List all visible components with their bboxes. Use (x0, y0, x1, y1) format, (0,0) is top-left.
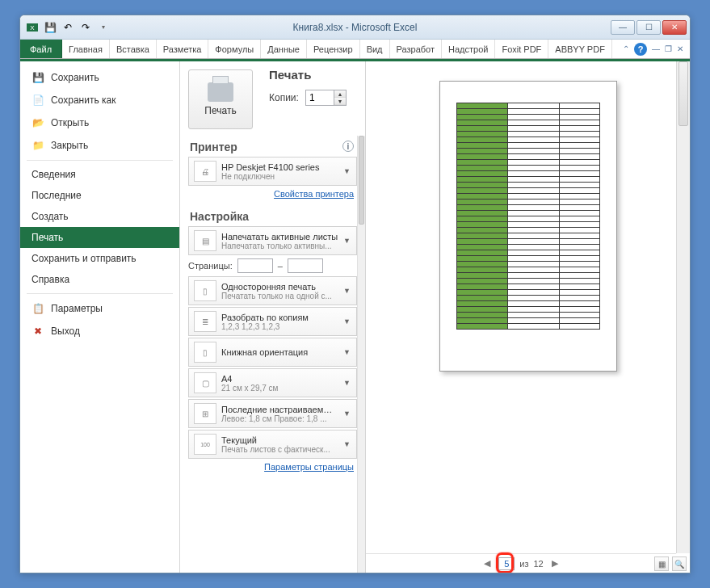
chevron-down-icon: ▼ (343, 287, 353, 295)
nav-info[interactable]: Сведения (20, 164, 179, 185)
doc-minimize-icon[interactable]: — (652, 44, 660, 53)
copies-spinner[interactable]: ▲▼ (305, 90, 347, 106)
nav-saveas[interactable]: 📄Сохранить как (20, 89, 179, 111)
tab-layout[interactable]: Разметка (157, 40, 209, 58)
close-button[interactable]: ✕ (662, 20, 687, 35)
copies-input[interactable] (306, 92, 334, 103)
chevron-down-icon: ▼ (343, 440, 353, 448)
nav-separator (27, 160, 173, 161)
print-heading: Печать (269, 68, 347, 82)
nav-exit[interactable]: ✖Выход (20, 320, 179, 342)
copies-label: Копии: (269, 92, 299, 103)
prev-page-button[interactable]: ◀ (481, 558, 494, 569)
print-button[interactable]: Печать (188, 69, 253, 129)
sides-select[interactable]: ▯ Односторонняя печать Печатать только н… (188, 276, 357, 305)
pages-from-input[interactable] (237, 258, 273, 273)
info-icon[interactable]: i (342, 141, 354, 152)
scrollbar-thumb[interactable] (359, 136, 364, 225)
tab-foxit[interactable]: Foxit PDF (495, 40, 548, 58)
help-icon[interactable]: ? (634, 43, 647, 56)
window-title: Книга8.xlsx - Microsoft Excel (20, 22, 690, 33)
quick-access-toolbar: X 💾 ↶ ↷ ▾ (20, 20, 111, 35)
settings-section-heading: Настройка (190, 210, 365, 223)
tab-abbyy[interactable]: ABBYY PDF (548, 40, 612, 58)
save-icon[interactable]: 💾 (43, 20, 57, 35)
document-name: Книга8.xlsx (293, 22, 343, 33)
svg-text:X: X (30, 24, 35, 32)
tab-review[interactable]: Рецензир (307, 40, 360, 58)
preview-view-icons: ▦ 🔍 (654, 556, 687, 571)
window-controls: — ☐ ✕ (611, 20, 690, 35)
nav-print[interactable]: Печать (20, 227, 179, 248)
portrait-icon: ▯ (194, 342, 216, 363)
nav-new[interactable]: Создать (20, 206, 179, 227)
paper-icon: ▢ (194, 372, 216, 393)
page-setup-link[interactable]: Параметры страницы (180, 462, 354, 472)
app-window: X 💾 ↶ ↷ ▾ Книга8.xlsx - Microsoft Excel … (19, 15, 691, 573)
preview-table (456, 103, 600, 330)
preview-page (439, 81, 617, 372)
of-label: из (519, 559, 528, 569)
current-page-input[interactable] (498, 557, 515, 570)
tab-home[interactable]: Главная (62, 40, 110, 58)
next-page-button[interactable]: ▶ (548, 558, 561, 569)
nav-help[interactable]: Справка (20, 269, 179, 290)
chevron-down-icon: ▼ (343, 410, 353, 418)
tab-developer[interactable]: Разработ (390, 40, 442, 58)
pages-label: Страницы: (188, 261, 233, 271)
printer-select[interactable]: 🖨 HP Deskjet F4100 series Не подключен ▼ (188, 157, 357, 186)
scaling-select[interactable]: 100 Текущий Печать листов с фактическ...… (188, 430, 357, 459)
nav-save-send[interactable]: Сохранить и отправить (20, 248, 179, 269)
margins-select[interactable]: ⊞ Последние настраиваемые ... Левое: 1,8… (188, 399, 357, 428)
nav-recent[interactable]: Последние (20, 185, 179, 206)
collate-select[interactable]: ≣ Разобрать по копиям 1,2,3 1,2,3 1,2,3 … (188, 307, 357, 336)
ribbon-tabs: Файл Главная Вставка Разметка Формулы Да… (20, 40, 690, 59)
total-pages: 12 (533, 559, 543, 569)
zoom-to-page-icon[interactable]: 🔍 (672, 556, 687, 571)
scaling-icon: 100 (194, 434, 216, 455)
undo-icon[interactable]: ↶ (61, 20, 75, 35)
app-name: Microsoft Excel (351, 22, 417, 33)
tab-insert[interactable]: Вставка (110, 40, 157, 58)
printer-icon (208, 82, 233, 102)
spin-up-icon[interactable]: ▲ (334, 90, 346, 98)
nav-close[interactable]: 📁Закрыть (20, 134, 179, 157)
orientation-select[interactable]: ▯ Книжная ориентация ▼ (188, 338, 357, 367)
nav-options[interactable]: 📋Параметры (20, 297, 179, 320)
chevron-down-icon: ▼ (343, 237, 353, 245)
printer-section-heading: Принтер i (190, 141, 365, 153)
print-what-select[interactable]: ▤ Напечатать активные листы Напечатать т… (188, 226, 357, 255)
tab-data[interactable]: Данные (261, 40, 307, 58)
backstage-nav: 💾Сохранить 📄Сохранить как 📂Открыть 📁Закр… (20, 61, 180, 573)
spin-down-icon[interactable]: ▼ (334, 98, 346, 105)
backstage-print: 💾Сохранить 📄Сохранить как 📂Открыть 📁Закр… (20, 59, 690, 573)
print-header: Печать Копии: ▲▼ (269, 68, 347, 106)
one-sided-icon: ▯ (194, 280, 216, 301)
print-preview-pane: ◀ из 12 ▶ ▦ 🔍 (366, 61, 690, 573)
chevron-down-icon: ▼ (343, 379, 353, 387)
chevron-down-icon: ▼ (343, 317, 353, 326)
saveas-icon: 📄 (32, 94, 44, 107)
tab-addins[interactable]: Надстрой (442, 40, 495, 58)
ribbon-minimize-icon[interactable]: ⌃ (623, 44, 629, 53)
minimize-button[interactable]: — (611, 20, 635, 35)
nav-save[interactable]: 💾Сохранить (20, 66, 179, 89)
settings-scrollbar[interactable] (357, 136, 365, 573)
qat-dropdown-icon[interactable]: ▾ (96, 20, 111, 35)
doc-restore-icon[interactable]: ❐ (665, 44, 672, 53)
scrollbar-thumb[interactable] (678, 61, 688, 126)
redo-icon[interactable]: ↷ (78, 20, 93, 35)
nav-open[interactable]: 📂Открыть (20, 111, 179, 134)
printer-device-icon: 🖨 (194, 161, 216, 182)
preview-scrollbar[interactable] (676, 61, 690, 553)
tab-view[interactable]: Вид (360, 40, 390, 58)
doc-close-icon[interactable]: ✕ (677, 44, 683, 53)
file-tab[interactable]: Файл (20, 40, 62, 58)
printer-properties-link[interactable]: Свойства принтера (180, 189, 354, 199)
maximize-button[interactable]: ☐ (636, 20, 661, 35)
show-margins-icon[interactable]: ▦ (654, 556, 669, 571)
chevron-down-icon: ▼ (343, 348, 353, 356)
pages-to-input[interactable] (288, 258, 323, 273)
tab-formulas[interactable]: Формулы (208, 40, 261, 58)
paper-size-select[interactable]: ▢ A4 21 см x 29,7 см ▼ (188, 368, 357, 397)
